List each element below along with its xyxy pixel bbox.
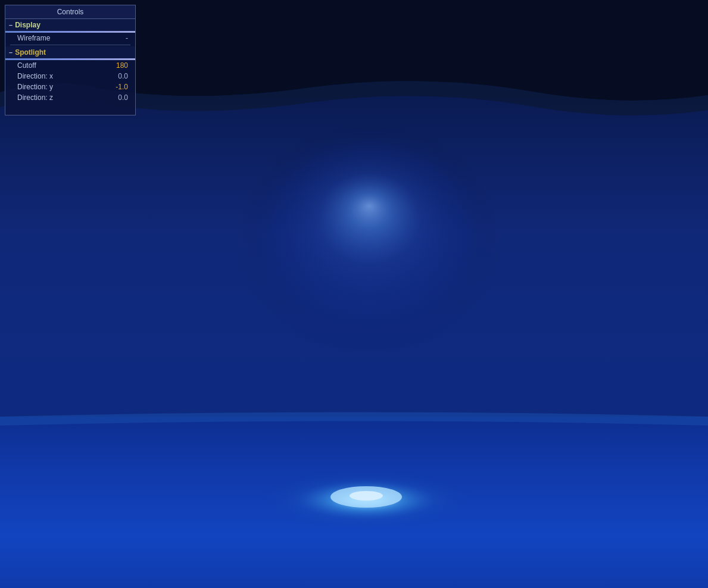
display-section-header[interactable]: – Display (5, 19, 135, 31)
svg-point-4 (259, 470, 473, 530)
controls-panel: Controls – Display Wireframe - – Spotlig… (5, 5, 136, 115)
display-collapse-icon: – (9, 21, 13, 29)
svg-point-5 (330, 486, 402, 508)
direction-x-value[interactable]: 0.0 (104, 72, 128, 80)
cutoff-value[interactable]: 180 (104, 61, 128, 70)
spotlight-collapse-icon: – (9, 49, 13, 56)
panel-title: Controls (5, 5, 135, 19)
direction-z-value[interactable]: 0.0 (104, 93, 128, 102)
direction-x-label: Direction: x (17, 72, 104, 80)
wireframe-label: Wireframe (17, 34, 104, 42)
cutoff-row: Cutoff 180 (5, 60, 135, 71)
wireframe-row: Wireframe - (5, 33, 135, 43)
display-section-label: Display (15, 21, 40, 29)
direction-y-label: Direction: y (17, 83, 104, 91)
cutoff-label: Cutoff (17, 61, 104, 70)
spotlight-section-header[interactable]: – Spotlight (5, 46, 135, 58)
wireframe-value[interactable]: - (104, 34, 128, 42)
svg-rect-3 (0, 417, 708, 588)
direction-y-row: Direction: y -1.0 (5, 82, 135, 92)
panel-bottom-space (5, 103, 135, 115)
direction-z-row: Direction: z 0.0 (5, 92, 135, 103)
direction-x-row: Direction: x 0.0 (5, 71, 135, 82)
spotlight-section-label: Spotlight (15, 48, 46, 57)
svg-point-6 (350, 491, 383, 501)
direction-z-label: Direction: z (17, 93, 104, 102)
direction-y-value[interactable]: -1.0 (104, 83, 128, 91)
section-separator (10, 45, 130, 45)
